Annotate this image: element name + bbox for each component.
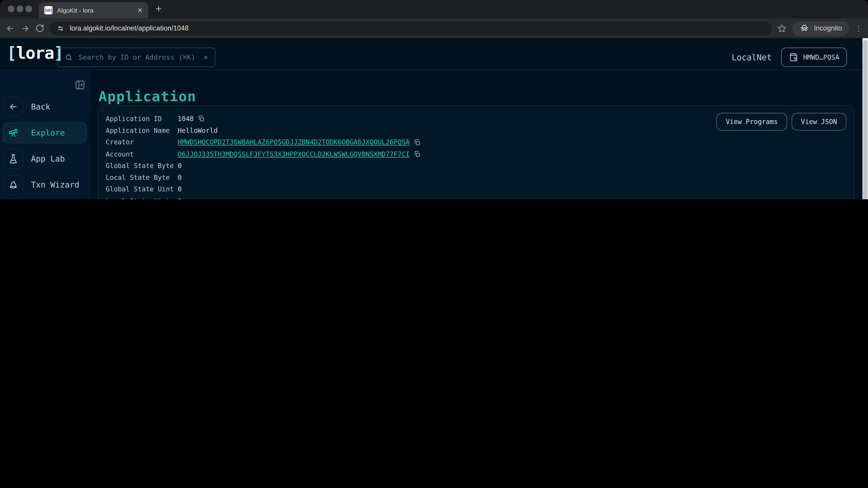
sidebar-collapse-icon[interactable]	[75, 80, 86, 90]
detail-row: Local State Byte 0	[106, 172, 846, 184]
browser-tab[interactable]: [ak] AlgoKit - lora ✕	[39, 2, 148, 18]
application-details-card: Application ID 1048 Application Name Hel…	[97, 105, 855, 199]
flask-icon	[3, 149, 23, 169]
account-address-link[interactable]: O6JJOJ335TH3MDQSSLFJFYTS3X3HPPXQCCLD2KLW…	[178, 150, 410, 158]
network-label[interactable]: LocalNet	[732, 52, 772, 62]
copy-icon[interactable]	[413, 151, 421, 158]
window-minimize-button[interactable]	[17, 5, 23, 12]
incognito-icon	[800, 23, 809, 33]
address-bar[interactable]: lora.algokit.io/localnet/application/104…	[50, 21, 772, 35]
detail-row: Global State Uint 0	[106, 184, 846, 195]
browser-chrome: [ak] AlgoKit - lora ✕ + lora.algokit.io/…	[0, 0, 868, 38]
screen: [ak] AlgoKit - lora ✕ + lora.algokit.io/…	[0, 0, 868, 199]
reload-icon[interactable]	[35, 24, 44, 33]
detail-row: Global State Byte 0	[106, 160, 846, 172]
view-json-button[interactable]: View JSON	[792, 113, 846, 131]
wizard-hat-icon	[3, 175, 23, 195]
app-header: [lora] ✕ LocalNet HMWD…PQSA	[0, 38, 868, 70]
window-zoom-button[interactable]	[26, 5, 32, 12]
window-close-button[interactable]	[8, 5, 14, 12]
browser-toolbar: lora.algokit.io/localnet/application/104…	[0, 18, 868, 38]
copy-icon[interactable]	[197, 115, 205, 123]
tab-close-icon[interactable]: ✕	[137, 7, 143, 13]
search-icon	[65, 53, 72, 61]
incognito-label: Incognito	[814, 24, 842, 32]
page-scrollbar[interactable]	[863, 38, 868, 199]
lora-app: [lora] ✕ LocalNet HMWD…PQSA	[0, 38, 868, 199]
view-programs-button[interactable]: View Programs	[716, 113, 787, 131]
sidebar: Back Explore App Lab	[0, 70, 90, 199]
arrow-left-icon	[3, 97, 23, 117]
wallet-button[interactable]: HMWD…PQSA	[781, 48, 847, 67]
application-id-value: 1048	[178, 115, 194, 123]
site-settings-icon[interactable]	[57, 24, 65, 33]
favicon: [ak]	[44, 6, 53, 14]
detail-row: Local State Uint 0	[106, 195, 846, 199]
browser-menu-icon[interactable]: ⋮	[855, 24, 862, 32]
sidebar-item-app-lab[interactable]: App Lab	[3, 148, 87, 169]
sidebar-item-txn-wizard[interactable]: Txn Wizard	[3, 174, 87, 195]
telescope-icon	[3, 123, 23, 143]
detail-row: Account O6JJOJ335TH3MDQSSLFJFYTS3X3HPPXQ…	[106, 148, 846, 160]
sidebar-item-explore[interactable]: Explore	[3, 122, 87, 143]
wallet-icon	[789, 53, 798, 62]
tab-strip: [ak] AlgoKit - lora ✕ +	[0, 0, 868, 18]
bookmark-star-icon[interactable]	[777, 24, 787, 33]
forward-icon[interactable]	[21, 24, 30, 33]
search-box[interactable]: ✕	[57, 48, 215, 67]
lora-logo[interactable]: [lora]	[6, 43, 63, 63]
back-icon[interactable]	[5, 24, 15, 33]
creator-address-link[interactable]: HMWDSHQCOPD2T36WBAHLAZ6PO5GDJJZBN4D2TODK…	[178, 138, 410, 146]
new-tab-button[interactable]: +	[156, 3, 162, 14]
main-content: Application Application ID 1048 Applicat…	[91, 70, 868, 199]
application-name-value: HelloWorld	[178, 127, 218, 134]
page-title: Application	[98, 88, 196, 104]
scrollbar-thumb[interactable]	[863, 40, 868, 199]
search-clear-icon[interactable]: ✕	[204, 54, 208, 61]
tab-title: AlgoKit - lora	[57, 7, 133, 13]
url-text: lora.algokit.io/localnet/application/104…	[70, 24, 189, 32]
detail-row: Creator HMWDSHQCOPD2T36WBAHLAZ6PO5GDJJZB…	[106, 136, 846, 148]
copy-icon[interactable]	[413, 139, 421, 146]
sidebar-item-back[interactable]: Back	[3, 96, 87, 117]
search-input[interactable]	[78, 53, 199, 62]
incognito-badge: Incognito	[792, 21, 849, 36]
